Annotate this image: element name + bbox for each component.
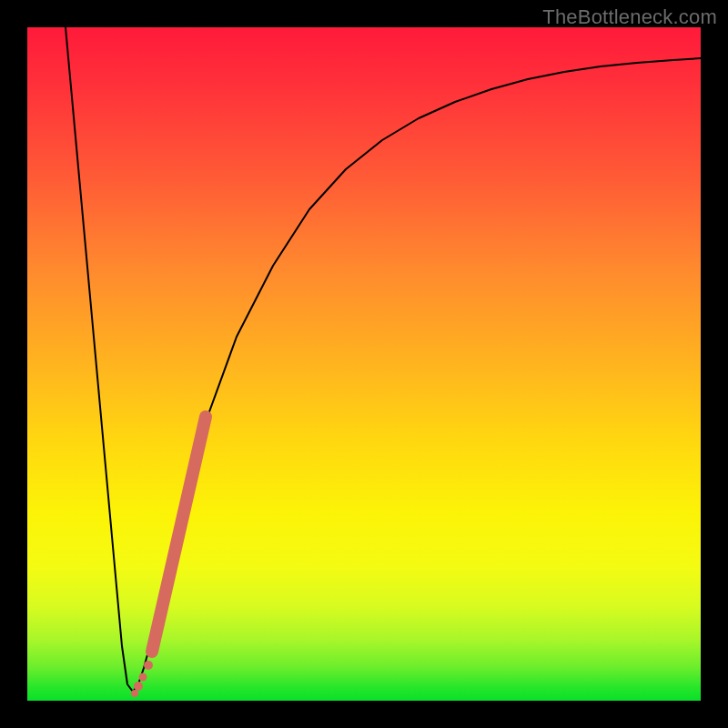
- marker-dot: [139, 673, 147, 682]
- marker-dot: [131, 690, 138, 697]
- chart-frame: TheBottleneck.com: [0, 0, 728, 728]
- plot-area: [27, 27, 701, 701]
- watermark-text: TheBottleneck.com: [542, 5, 717, 29]
- bottleneck-curve: [27, 27, 701, 701]
- marker-dot: [134, 682, 143, 691]
- marker-dot: [144, 661, 153, 670]
- highlight-segment: [152, 417, 206, 652]
